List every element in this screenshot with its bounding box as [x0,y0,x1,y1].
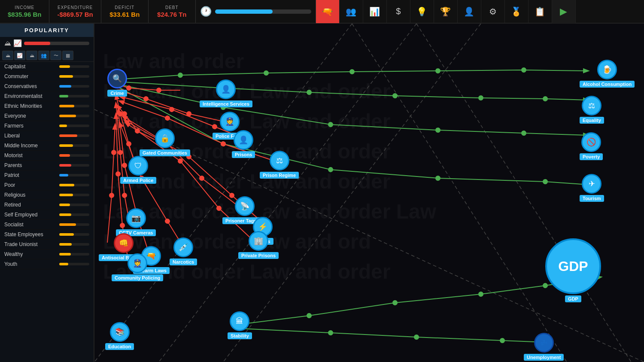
deficit-block: DEFICIT $33.61 Bn [101,0,149,23]
sidebar-group-item[interactable]: Environmentalist [0,91,94,101]
node-alcohol[interactable]: 🍺 Alcohol Consumption [580,60,635,88]
sidebar-group-item[interactable]: Self Employed [0,210,94,220]
node-intelligence[interactable]: 👤 Intelligence Services [200,79,252,107]
education-label: Education [105,343,134,350]
toolbar-people[interactable]: 👥 [340,0,363,23]
node-poverty[interactable]: 🚫 Poverty [580,132,603,160]
tourism-label: Tourism [580,195,604,202]
sidebar-tab-chart[interactable]: 📈 [14,51,25,60]
income-label: INCOME [15,5,34,10]
crime-circle: 🔍 [107,69,127,88]
sidebar-group-item[interactable]: Trade Unionist [0,240,94,249]
alcohol-circle: 🍺 [597,60,617,79]
node-narcotics[interactable]: 💉 Narcotics [170,237,197,265]
node-prisons[interactable]: 👤 Prisons [232,130,255,158]
stability-circle: 🏛 [230,311,249,331]
sidebar-group-item[interactable]: Liberal [0,131,94,141]
education-circle: 📚 [110,322,130,342]
debt-label: DEBT [165,5,179,10]
debt-value: $24.76 Tn [157,11,186,18]
private-prisons-label: Private Prisons [238,252,279,259]
gated-circle: 🔒 [155,128,175,148]
node-private-prisons[interactable]: 🏢 Private Prisons [238,231,279,259]
popularity-header: POPULARITY [0,24,94,37]
sidebar-tab-people[interactable]: 👥 [38,51,49,60]
sidebar-group-item[interactable]: Parents [0,161,94,170]
toolbar-bulb[interactable]: 💡 [410,0,434,23]
node-cctv[interactable]: 📷 CCTV Cameras [116,208,156,236]
node-education[interactable]: 📚 Education [105,322,134,350]
income-value: $835.96 Bn [8,11,41,18]
svg-line-5 [352,24,567,362]
sidebar-group-item[interactable]: Capitalist [0,62,94,72]
narcotics-circle: 💉 [173,237,193,257]
sidebar-group-item[interactable]: Ethnic Minorities [0,101,94,111]
sidebar-group-item[interactable]: Religious [0,190,94,200]
sidebar-group-item[interactable]: Patriot [0,170,94,180]
narcotics-label: Narcotics [170,259,197,265]
intelligence-circle: 👤 [216,79,236,99]
toolbar-gear[interactable]: ⚙ [481,0,505,23]
main-canvas: Law and order Law and order Law and orde… [94,24,644,362]
toolbar-clipboard[interactable]: 📋 [529,0,552,23]
node-gdp[interactable]: GDP GDP [545,238,601,302]
prisons-circle: 👤 [234,130,253,150]
toolbar-trophy[interactable]: 🏆 [434,0,458,23]
sidebar-tab-grid[interactable]: ▦ [62,51,73,60]
toolbar-chart[interactable]: 📊 [363,0,387,23]
community-policing-label: Community Policing [112,274,163,281]
sidebar-group-item[interactable]: Middle Income [0,141,94,151]
sidebar-group-item[interactable]: Commuter [0,72,94,82]
sidebar-group-item[interactable]: Wealthy [0,249,94,259]
sidebar-group-item[interactable]: Youth [0,259,94,269]
node-stability[interactable]: 🏛 Stability [228,311,252,339]
sidebar-group-item[interactable]: Socialist [0,220,94,230]
pop-icon-chart: 📈 [13,39,22,47]
node-tourism[interactable]: ✈ Tourism [580,174,604,202]
node-gated[interactable]: 🔒 Gated Communities [140,128,190,156]
armed-police-label: Armed Police [120,177,156,184]
timer-bar-bg [215,9,311,14]
timer-block: 🕐 [196,0,316,23]
sidebar-tab-wave[interactable]: 〜 [50,51,61,60]
poverty-label: Poverty [580,153,603,160]
toolbar-person[interactable]: 👤 [458,0,481,23]
node-equality[interactable]: ⚖ Equality [580,96,604,124]
stability-label: Stability [228,332,252,339]
equality-label: Equality [580,117,604,124]
sidebar-group-item[interactable]: Motorist [0,151,94,161]
armed-police-circle: 🛡 [128,156,148,176]
sidebar-tabs: ⛰ 📈 ⛰ 👥 〜 ▦ [0,49,94,62]
cctv-circle: 📷 [126,208,146,228]
toolbar-dollar[interactable]: $ [387,0,410,23]
node-unemployment[interactable]: 💤 Unemployment [524,333,564,361]
sidebar-group-item[interactable]: Poor [0,180,94,190]
sidebar-group-item[interactable]: Farmers [0,121,94,131]
sidebar-group-item[interactable]: Conservatives [0,82,94,91]
svg-line-3 [159,24,416,362]
toolbar-play[interactable]: ▶ [552,0,576,23]
svg-line-2 [94,24,352,362]
expenditure-label: EXPENDITURE [58,5,93,10]
unemployment-label: Unemployment [524,354,564,361]
node-prison-regime[interactable]: ⚖ Prison Regime [260,151,299,179]
popularity-bar-container: ⛰ 📈 [0,37,94,49]
sidebar-group-item[interactable]: Everyone [0,111,94,121]
gdp-circle: GDP [545,238,601,294]
prison-regime-circle: ⚖ [270,151,289,170]
gated-label: Gated Communities [140,149,190,156]
node-community-policing[interactable]: 👮 Community Policing [112,253,163,281]
sidebar-tab-mountain[interactable]: ⛰ [2,51,13,60]
node-crime[interactable]: 🔍 Crime [107,69,127,97]
node-armed-police[interactable]: 🛡 Armed Police [120,156,156,184]
gdp-label: GDP [565,295,581,302]
sidebar-tab-mountain2[interactable]: ⛰ [26,51,37,60]
expenditure-block: EXPENDITURE -$869.57 Bn [49,0,101,23]
toolbar-gun[interactable]: 🔫 [316,0,340,23]
sidebar-group-item[interactable]: Retired [0,200,94,210]
svg-line-4 [223,24,481,362]
sidebar-group-item[interactable]: State Employees [0,230,94,240]
topbar: INCOME $835.96 Bn EXPENDITURE -$869.57 B… [0,0,644,24]
prisons-label: Prisons [232,151,255,158]
toolbar-medal[interactable]: 🏅 [505,0,529,23]
